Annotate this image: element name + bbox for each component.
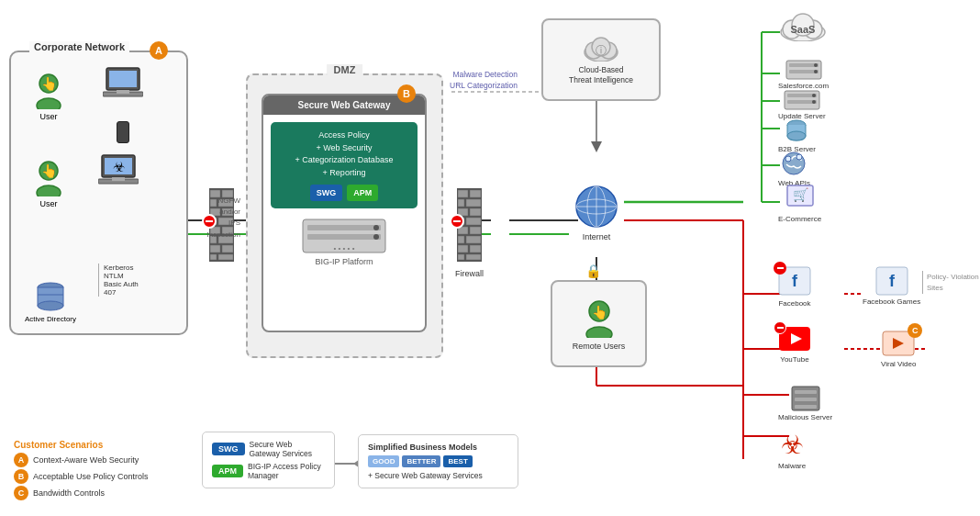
swg-badge: SWG [310,185,343,201]
viral-video-label: Viral Video [881,360,916,368]
dmz-label: DMZ [327,64,363,75]
legend-item-b: B Acceptable Use Policy Controls [14,469,149,484]
infected-laptop-icon: ☣ [98,153,139,186]
user1-group: 👆 User [29,71,68,121]
svg-rect-76 [458,199,464,207]
badge-a: A [150,41,168,60]
svg-rect-45 [112,177,125,181]
active-directory-label: Active Directory [25,315,76,324]
svg-rect-87 [470,245,481,252]
svg-point-121 [785,156,791,162]
corporate-network-box: Corporate Network A 👆 User [9,50,188,335]
user2-label: User [39,199,57,208]
svg-point-122 [796,154,802,160]
facebook-no-entry [774,262,786,275]
svg-text:👆: 👆 [41,76,58,92]
svg-text:ⓘ: ⓘ [596,44,607,57]
lock-icon: 🔒 [585,264,601,278]
bottom-model-box: Simplified Business Models GOOD BETTER B… [358,434,518,488]
svg-rect-63 [210,245,220,252]
bottom-swg-badge: SWG [212,443,245,455]
url-categorization-label: URL Categorization [450,81,518,90]
svg-text:☣: ☣ [113,159,125,174]
legend-badge-c: C [14,486,28,500]
facebook-icon-wrap: f [778,266,811,297]
salesforce-group: Salesforce.com [778,60,829,90]
salesforce-server-icon [785,60,822,80]
malware-group: ☣ Malware [778,430,806,470]
policy-violation-label: Policy- Violation Sites [927,273,979,292]
svg-rect-83 [470,227,481,234]
malware-detection-label-group: Malware Detection URL Categorization [450,69,518,90]
bottom-apm-desc: BIG-IP Access Policy Manager [248,462,325,480]
svg-point-116 [812,94,816,97]
internet-label: Internet [583,232,611,241]
model-subtitle: + Secure Web Gateway Services [368,471,508,480]
youtube-icon-wrap [778,326,811,353]
svg-rect-74 [458,190,468,197]
svg-rect-136 [795,405,817,409]
internet-globe-icon [574,184,619,230]
legend-text-a: Context-Aware Web Security [33,455,139,465]
malware-label: Malware [778,462,806,470]
swg-inner-box: B Secure Web Gateway Access Policy + Web… [262,94,427,332]
facebook-games-label: Facebook Games [863,297,920,307]
saas-group: SaaS [778,9,829,41]
badge-best: BEST [443,455,472,467]
svg-point-48 [38,301,63,310]
malicious-server-group: Malicious Server [778,386,832,421]
policy-text: Access Policy + Web Security + Categoriz… [276,129,412,179]
bigip-server-icon: • • • • • [298,218,390,254]
legend-item-c: C Bandwidth Controls [14,486,149,500]
ecommerce-group: 🛒 E-Commerce [778,184,821,223]
user1-icon: 👆 [29,71,68,109]
svg-text:👆: 👆 [41,163,58,179]
malware-detection-label: Malware Detection [450,69,518,81]
firewall-label: Firewall [455,269,484,278]
saas-cloud-icon: SaaS [778,9,829,41]
database-icon [34,280,67,313]
user2-icon: 👆 [29,158,68,196]
legend-title: Customer Scenarios [14,440,149,450]
remote-user-icon: 👆 [579,297,619,338]
lock-icon-group: 🔒 [585,264,601,278]
legend-badge-b: B [14,469,28,484]
youtube-no-entry [774,321,786,334]
right-firewall: Firewall [457,188,482,262]
svg-rect-89 [466,254,481,260]
badge-better: BETTER [402,455,440,467]
svg-rect-66 [218,254,233,260]
malicious-server-label: Malicious Server [778,413,832,421]
facebook-label: Facebook [778,299,810,308]
badge-c-viral: C [908,323,922,338]
bottom-swg-desc: Secure Web Gateway Services [250,440,326,458]
facebook-games-group: f Facebook Games [863,266,920,307]
svg-point-32 [37,98,61,109]
phone-group [117,121,129,143]
basic-auth-label: Basic Auth [104,280,139,288]
internet-group: Internet [574,184,619,241]
svg-point-112 [814,70,818,73]
policy-violation-group: Policy- Violation Sites [922,271,980,294]
remote-users-label: Remote Users [573,342,626,351]
legend-text-c: Bandwidth Controls [33,488,105,498]
svg-rect-88 [458,254,464,260]
legend-text-b: Acceptable Use Policy Controls [33,472,149,481]
diagram-container: Corporate Network A 👆 User [0,0,980,516]
svg-rect-35 [109,71,137,87]
infected-laptop-group: ☣ [98,153,139,186]
laptop-group [103,66,143,99]
swg-row: SWG Secure Web Gateway Services [212,440,325,458]
corporate-network-label: Corporate Network [29,41,129,52]
malware-biohazard-icon: ☣ [781,430,804,460]
update-server-icon [784,90,820,110]
ecommerce-icon: 🛒 [785,184,815,213]
svg-rect-37 [117,90,129,94]
model-title: Simplified Business Models [368,443,508,452]
facebook-group: f Facebook [778,266,811,308]
b2b-server-icon [784,118,809,143]
auth-labels: Kerberos NTLM Basic Auth 407 [98,264,139,297]
svg-rect-79 [470,208,481,216]
web-apis-group: Web APIs [778,150,810,187]
svg-text:🛒: 🛒 [792,187,808,203]
